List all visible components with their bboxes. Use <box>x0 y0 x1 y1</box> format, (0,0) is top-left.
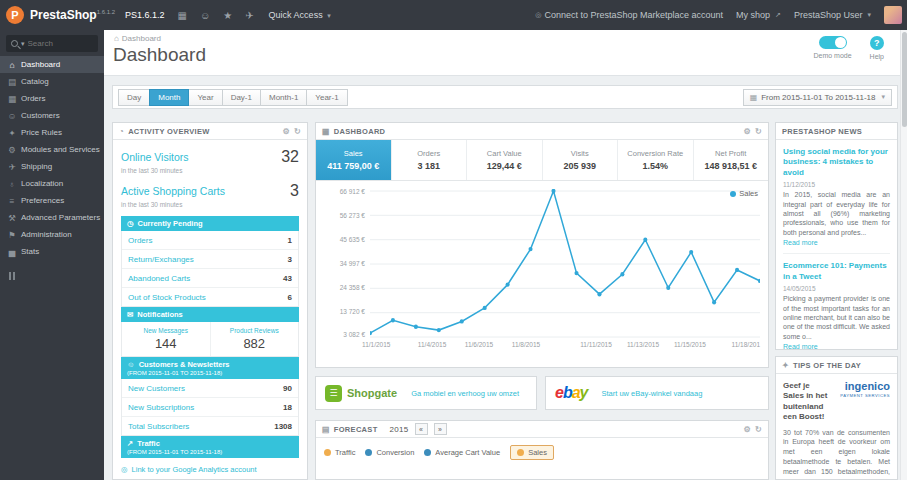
sidebar-item-stats[interactable]: ▅Stats <box>0 243 104 260</box>
chevron-down-icon: ▾ <box>21 40 25 48</box>
date-range-picker[interactable]: ▦ From 2015-11-01 To 2015-11-18 ▾ <box>743 89 892 106</box>
toggle-traffic[interactable]: Traffic <box>324 448 355 457</box>
list-item[interactable]: Return/Exchanges3 <box>122 250 298 269</box>
avatar[interactable] <box>884 6 902 24</box>
shopgate-brand: Shopgate <box>347 387 397 399</box>
ebay-promo-panel: ebay Start uw eBay-winkel vandaag <box>545 376 769 410</box>
gear-icon[interactable]: ⚙ <box>744 425 751 434</box>
list-item[interactable]: New Customers90 <box>122 379 298 398</box>
forecast-year-select[interactable]: 2015 <box>390 425 409 434</box>
cart-icon[interactable]: ▦ <box>178 10 187 21</box>
prev-year-button[interactable]: « <box>415 423 428 435</box>
sidebar-item-modules[interactable]: ⚙Modules and Services <box>0 141 104 158</box>
shopgate-promo-link[interactable]: Ga mobiel en verhoog uw omzet <box>411 389 519 398</box>
kpi-visits[interactable]: Visits205 939 <box>543 140 619 180</box>
toggle-average-cart-value[interactable]: Average Cart Value <box>424 448 500 457</box>
refresh-icon[interactable]: ↻ <box>294 127 301 136</box>
customers-icon: ☺ <box>127 360 135 369</box>
sidebar-item-localization[interactable]: ♁Localization <box>0 175 104 192</box>
sidebar-item-catalog[interactable]: ▤Catalog <box>0 73 104 90</box>
help-icon[interactable]: ? <box>870 36 884 50</box>
breadcrumb[interactable]: ⌂Dashboard <box>114 34 161 43</box>
kpi-cart-value[interactable]: Cart Value129,44 € <box>467 140 543 180</box>
rocket-icon[interactable]: ✈ <box>245 10 253 21</box>
ebay-promo-link[interactable]: Start uw eBay-winkel vandaag <box>602 389 703 398</box>
sidebar-item-shipping[interactable]: ✈Shipping <box>0 158 104 175</box>
sidebar-item-dashboard[interactable]: ⌂Dashboard <box>0 56 104 73</box>
traffic-icon: ↗ <box>127 439 133 448</box>
kpi-net-profit[interactable]: Net Profit148 918,51 € <box>694 140 769 180</box>
news-title-link[interactable]: Ecommerce 101: Payments in a Tweet <box>783 261 890 282</box>
product-reviews-stat[interactable]: Product Reviews882 <box>210 322 299 356</box>
gear-icon[interactable]: ⚙ <box>744 127 751 136</box>
my-shop-link[interactable]: My shop ↗ <box>736 10 781 20</box>
user-menu[interactable]: PrestaShop User ▾ <box>794 10 871 20</box>
star-icon[interactable]: ★ <box>223 10 232 21</box>
sidebar-item-preferences[interactable]: ≡Preferences <box>0 192 104 209</box>
external-link-icon: ↗ <box>775 11 781 19</box>
search-input[interactable] <box>28 39 84 48</box>
sidebar-menu: ⌂Dashboard ▤Catalog ▦Orders ☺Customers ✦… <box>0 56 104 260</box>
clock-icon: ◷ <box>127 219 134 228</box>
period-year-1-button[interactable]: Year-1 <box>306 89 347 106</box>
kpi-orders[interactable]: Orders3 181 <box>392 140 468 180</box>
flag-icon: ⚑ <box>7 230 17 240</box>
sidebar-item-administration[interactable]: ⚑Administration <box>0 226 104 243</box>
quick-access-menu[interactable]: Quick Access ▾ <box>269 10 331 20</box>
shopgate-promo-panel: ☰ Shopgate Ga mobiel en verhoog uw omzet <box>315 376 537 410</box>
customers-icon: ☺ <box>7 111 17 121</box>
active-carts-stat: Active Shopping Carts3 in the last 30 mi… <box>113 174 307 208</box>
catalog-icon: ▤ <box>7 77 17 87</box>
list-item[interactable]: Out of Stock Products6 <box>122 288 298 306</box>
read-more-link[interactable]: Read more <box>783 343 890 350</box>
period-year-button[interactable]: Year <box>188 89 222 106</box>
kpi-conversion-rate[interactable]: Conversion Rate1.54% <box>618 140 694 180</box>
sidebar-search[interactable]: ▾ <box>6 35 98 52</box>
sidebar-item-advanced-parameters[interactable]: ⚒Advanced Parameters <box>0 209 104 226</box>
chart-plot-area[interactable]: Sales <box>370 189 760 339</box>
sidebar-collapse-button[interactable] <box>9 272 104 280</box>
list-item[interactable]: Total Subscribers1308 <box>122 417 298 435</box>
next-year-button[interactable]: » <box>434 423 447 435</box>
shop-name[interactable]: PS1.6.1.2 <box>125 10 165 20</box>
toggle-conversion[interactable]: Conversion <box>365 448 414 457</box>
demo-mode-toggle[interactable] <box>819 36 847 49</box>
period-day-1-button[interactable]: Day-1 <box>222 89 261 106</box>
read-more-link[interactable]: Read more <box>783 239 890 246</box>
section-header-traffic: ↗Traffic (FROM 2015-11-01 TO 2015-11-18) <box>121 436 299 458</box>
y-axis-labels: 66 912 €56 273 € 45 635 €34 997 € 24 358… <box>324 189 370 339</box>
google-analytics-link[interactable]: ◎ Link to your Google Analytics account <box>121 465 299 474</box>
list-item[interactable]: Orders1 <box>122 231 298 250</box>
pending-list: Orders1 Return/Exchanges3 Abandoned Cart… <box>121 231 299 307</box>
scrollbar-thumb[interactable] <box>902 32 907 127</box>
gear-icon: ⚙ <box>7 145 17 155</box>
new-messages-stat[interactable]: New Messages144 <box>122 322 210 356</box>
plug-icon: ◎ <box>535 11 541 19</box>
online-visitors-link[interactable]: Online Visitors <box>121 151 189 163</box>
list-item[interactable]: New Subscriptions18 <box>122 398 298 417</box>
sales-chart: 66 912 €56 273 € 45 635 €34 997 € 24 358… <box>316 181 768 339</box>
ebay-logo: ebay <box>555 384 588 402</box>
news-title-link[interactable]: Using social media for your business: 4 … <box>783 147 890 178</box>
period-month-1-button[interactable]: Month-1 <box>260 89 307 106</box>
chevron-down-icon: ▾ <box>867 11 871 19</box>
customers-icon[interactable]: ☺ <box>200 10 210 21</box>
active-carts-link[interactable]: Active Shopping Carts <box>121 185 225 197</box>
sidebar-item-price-rules[interactable]: ✦Price Rules <box>0 124 104 141</box>
forecast-panel: ▤ FORECAST 2015 « » ⚙ ↻ Traffic Conversi… <box>315 420 769 480</box>
prestashop-logo[interactable]: P <box>6 6 24 24</box>
refresh-icon[interactable]: ↻ <box>755 127 762 136</box>
sidebar-item-orders[interactable]: ▦Orders <box>0 90 104 107</box>
period-month-button[interactable]: Month <box>149 89 189 106</box>
kpi-sales[interactable]: Sales411 759,00 € <box>316 140 392 180</box>
list-item[interactable]: Abandoned Carts43 <box>122 269 298 288</box>
period-day-button[interactable]: Day <box>118 89 150 106</box>
sidebar-item-label: Catalog <box>21 77 49 86</box>
marketplace-link[interactable]: ◎Connect to PrestaShop Marketplace accou… <box>533 10 723 20</box>
gear-icon[interactable]: ⚙ <box>283 127 290 136</box>
sidebar-item-customers[interactable]: ☺Customers <box>0 107 104 124</box>
sidebar-item-label: Localization <box>21 179 63 188</box>
refresh-icon[interactable]: ↻ <box>755 425 762 434</box>
page-scrollbar[interactable] <box>900 30 907 480</box>
toggle-sales[interactable]: Sales <box>510 445 554 460</box>
